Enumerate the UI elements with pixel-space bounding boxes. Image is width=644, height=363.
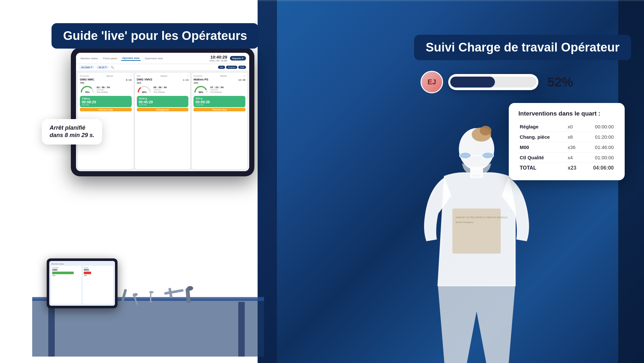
int-label-m00: M00 (518, 142, 566, 153)
reports-button[interactable]: Reports ▷ (230, 56, 246, 60)
card-header-makino: Production Reports ↑ (194, 75, 245, 77)
gauge-time-makino: 07 : 23 : 54 (210, 86, 223, 89)
search-bar: JM-2888 ✕ JM 90 ✕ 🔍 Job Program Shift (76, 64, 249, 71)
gauge-makino: 86% (194, 85, 208, 94)
ej-avatar: EJ (421, 71, 443, 93)
table-row: Chang. pièce x8 01:20:00 (518, 132, 615, 142)
gauge-time-dmg: 05 : 56 : 54 (154, 86, 167, 89)
int-duration-total: 04:06:00 (585, 163, 615, 173)
svg-text:76%: 76% (85, 91, 90, 94)
int-label-chang: Chang. pièce (518, 132, 566, 142)
card-count-dmg: 1 / 13 (183, 79, 189, 81)
svg-rect-16 (238, 302, 245, 357)
task-id-gmg: T384 ⊞ (82, 97, 130, 100)
filter-shift[interactable]: Shift (238, 66, 246, 69)
int-count-m00: x36 (566, 142, 585, 153)
machine-name-gmg: GMG NMC (80, 78, 94, 81)
svg-point-5 (480, 126, 491, 135)
filter-job[interactable]: Job (218, 66, 225, 69)
arret-callout: Arrêt planifié dans 8 min 29 s. (42, 119, 102, 144)
svg-text:86%: 86% (199, 91, 204, 94)
card-type-gmg: Production (80, 75, 89, 77)
task-box-makino: T97 ⊞ 00:09:39 (11:34 PM) (194, 96, 245, 107)
gauge-time-gmg: 03 : 56 : 54 (97, 86, 110, 89)
filter-buttons: Job Program Shift (218, 66, 246, 69)
svg-point-11 (482, 152, 494, 159)
tab-supervisor-view[interactable]: Supervisor view (143, 56, 164, 60)
interventions-card: Interventions dans le quart : Réglage x0… (509, 103, 625, 180)
search-tag-2[interactable]: JM 90 ✕ (96, 65, 109, 69)
svg-rect-7 (452, 209, 501, 254)
table-row: M00 x36 01:46:00 (518, 142, 615, 153)
progress-bar-fill (450, 77, 495, 88)
int-label-total: TOTAL (518, 163, 566, 173)
machine-pct-makino: 13% (194, 82, 245, 84)
machine-card-makino: Production Reports ↑ Makino PS 13 / 45 1… (192, 73, 247, 169)
progress-container (448, 74, 538, 90)
task-box-gmg: T384 ⊞ 00:08:29 (9:34 PM) (80, 96, 132, 107)
tablet-frame: Machine statue Floors plans Operator vie… (71, 48, 254, 176)
table-row-total: TOTAL x23 04:06:00 (518, 163, 615, 173)
int-duration-ctl: 01:00:00 (585, 153, 615, 163)
svg-point-10 (459, 152, 471, 159)
card-count-gmg: 6 / 23 (126, 79, 132, 81)
task-id-dmg: T976 ⊞ (139, 97, 187, 100)
tablet-header: Machine statue Floors plans Operator vie… (76, 53, 249, 64)
small-tablet: Machine status JM-2888 GMG 76% JM-90 DMG… (47, 258, 118, 308)
svg-rect-15 (48, 302, 55, 357)
gauge-container-dmg: 26% 05 : 56 : 54 10:45 pm Time remaining (137, 85, 189, 94)
arret-text: Arrêt planifié dans 8 min 29 s. (50, 124, 94, 139)
workload-widget: EJ 52% (421, 71, 573, 93)
int-label-ctl: Ctl Qualité (518, 153, 566, 163)
title-suivi: Suivi Charge de travail Opérateur (414, 35, 631, 60)
stop-label-dmg: Changeover (137, 108, 189, 111)
table-row: Réglage x0 00:00:00 (518, 122, 615, 132)
task-sub-gmg: (9:34 PM) (82, 104, 130, 106)
gauge-container-makino: 86% 07 : 23 : 54 10:45 pm Time remaining (194, 85, 245, 94)
stop-label-makino: Planned stop (194, 108, 245, 111)
title-guide: Guide 'live' pour les Opérateurs (52, 23, 259, 49)
perf-label-makino: Time remaining (210, 91, 223, 93)
int-duration-reglage: 00:00:00 (585, 122, 615, 132)
int-count-reglage: x0 (566, 122, 585, 132)
card-reports-dmg[interactable]: Reports (161, 75, 167, 77)
svg-text:DARLEY SI PAS WORLD FAMOUS BEA: DARLEY SI PAS WORLD FAMOUS BEAGLE (456, 216, 508, 219)
tab-operator-view[interactable]: Operator view (121, 56, 141, 61)
task-time-gmg: 00:08:29 (82, 100, 130, 104)
svg-rect-24 (164, 289, 184, 295)
progress-bar-bg (450, 77, 536, 88)
task-box-dmg: T976 ⊞ 00:45:29 (10:34 PM) (137, 96, 189, 107)
task-id-makino: T97 ⊞ (195, 97, 243, 100)
machine-name-dmg: DMG VMV2 (137, 78, 152, 81)
svg-rect-23 (150, 291, 151, 302)
time-display: 10:40:29 (210, 55, 227, 60)
tab-machine-statue[interactable]: Machine statue (79, 56, 99, 60)
interventions-title: Interventions dans le quart : (518, 110, 615, 117)
card-reports-gmg[interactable]: Reports (106, 75, 113, 77)
search-tag-1[interactable]: JM-2888 ✕ (79, 65, 94, 69)
tab-nav: Machine statue Floors plans Operator vie… (79, 56, 164, 61)
stop-label-gmg: Planned stop (80, 108, 132, 111)
card-header-gmg: Production Reports ↑ (80, 75, 132, 77)
gauge-sub-gmg: 10:45 pm (97, 89, 110, 91)
small-screen: Machine status JM-2888 GMG 76% JM-90 DMG… (49, 261, 115, 306)
gauge-sub-dmg: 10:45 pm (154, 89, 167, 91)
card-type-makino: Production (194, 75, 203, 77)
gauge-info-makino: 07 : 23 : 54 10:45 pm Time remaining (210, 86, 223, 93)
machine-name-makino: Makino PS (194, 78, 208, 81)
tablet-screen: Machine statue Floors plans Operator vie… (76, 53, 249, 171)
filter-program[interactable]: Program (226, 66, 237, 69)
tab-floors-plans[interactable]: Floors plans (102, 56, 118, 60)
machine-pct-dmg: 13% (137, 82, 189, 84)
int-duration-chang: 01:20:00 (585, 132, 615, 142)
machines-area: Production Reports ↑ GMG NMC 6 / 23 73% … (76, 71, 249, 171)
int-count-chang: x8 (566, 132, 585, 142)
svg-text:World Champions: World Champions (456, 221, 474, 224)
perf-label-gmg: Time remaining (97, 91, 110, 93)
table-row: Ctl Qualité x4 01:00:00 (518, 153, 615, 163)
task-sub-dmg: (10:34 PM) (139, 104, 187, 106)
machine-card-dmg: M00 Reports ↑ DMG VMV2 1 / 13 13% 26% (135, 73, 191, 169)
card-count-makino: 13 / 45 (239, 79, 245, 81)
card-reports-makino[interactable]: Reports (220, 75, 227, 77)
gauge-dmg: 26% (137, 85, 152, 94)
